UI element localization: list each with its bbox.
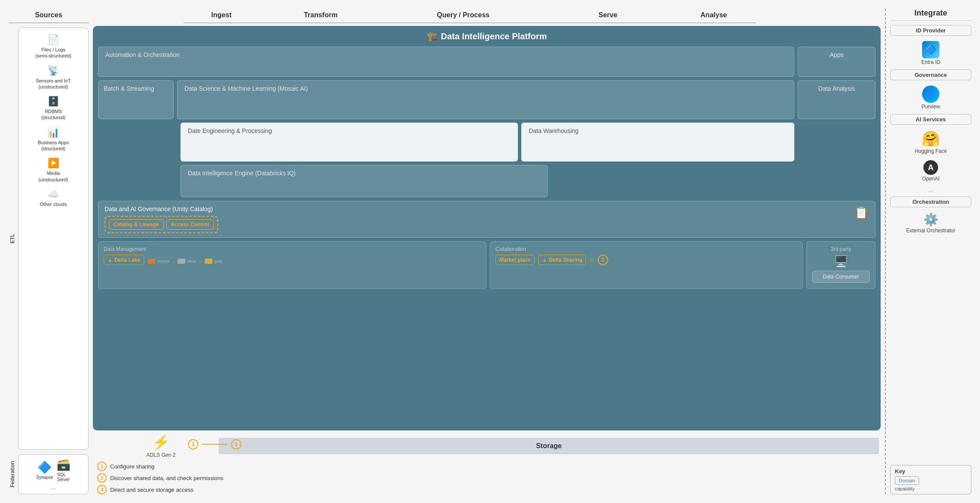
mgmt-title: Data Management bbox=[104, 246, 481, 252]
collab-inner: Market place ▲ Delta Sharing ○ 2 bbox=[495, 255, 797, 265]
source-item-sensors: 📡 Sensors and IoT(unstructured) bbox=[22, 63, 85, 93]
purview-icon: 🌀 bbox=[922, 85, 939, 103]
adls-box: ⚡ ADLS Gen 2 bbox=[146, 434, 175, 458]
box-data-management: Data Management ▲ Delta Lake bronze → si… bbox=[98, 241, 486, 289]
ai-dots: ... bbox=[890, 186, 971, 194]
bronze-dot bbox=[148, 259, 155, 264]
rdbms-icon: 🗄️ bbox=[48, 96, 59, 107]
delta-sharing-badge: ▲ Delta Sharing bbox=[538, 255, 586, 265]
source-label-sensors: Sensors and IoT(unstructured) bbox=[36, 78, 71, 90]
huggingface-label: Hugging Face bbox=[915, 148, 947, 154]
governance-title: Data and AI Governance (Unity Catalog) bbox=[105, 206, 869, 212]
ai-services-label: AI Services bbox=[890, 114, 971, 125]
warehousing-spacer bbox=[798, 123, 875, 161]
source-item-rdbms: 🗄️ RDBMS(structured) bbox=[22, 93, 85, 123]
source-label-biz: Business Apps(structured) bbox=[38, 139, 69, 152]
sqlserver-label: SQLServer bbox=[57, 472, 70, 482]
delta-lake-icon: ▲ bbox=[108, 257, 113, 263]
arrow1: → bbox=[171, 258, 176, 264]
numbered-steps: 1 Configure sharing 2 Discover shared da… bbox=[97, 462, 223, 494]
row-engine: Data Intelligence Engine (Databricks IQ) bbox=[98, 165, 875, 197]
circle-connector: ○ bbox=[590, 256, 594, 265]
box-automation: Automation & Orchestration bbox=[98, 47, 794, 77]
col-header-query: Query / Process bbox=[382, 9, 544, 23]
sqlserver-icon: 🗃️ bbox=[57, 458, 70, 471]
source-item-clouds: ☁️ Other clouds bbox=[22, 186, 85, 210]
entra-id-label: Entra ID bbox=[921, 59, 940, 65]
platform-title: 🏗️ Data Intelligence Platform bbox=[98, 31, 875, 41]
source-item-media: ▶️ Media(unstructured) bbox=[22, 155, 85, 185]
row-batch: Batch & Streaming Data Science & Machine… bbox=[98, 80, 875, 119]
adls-icon: ⚡ bbox=[152, 434, 170, 450]
purview-item: 🌀 Purview bbox=[890, 84, 971, 111]
data-consumer-icon: 🖥️ bbox=[834, 255, 848, 268]
legend-area: 1 Configure sharing 2 Discover shared da… bbox=[93, 462, 881, 494]
engine-spacer bbox=[98, 165, 177, 197]
orchestrator-label: External Orchestrator bbox=[906, 228, 955, 234]
orchestrator-item: ⚙️ External Orchestrator bbox=[890, 211, 971, 235]
gov-dashed-box: Catalog & Lineage Access Control bbox=[105, 216, 218, 233]
source-label-clouds: Other clouds bbox=[40, 201, 67, 207]
flow-numbers: 3 1 bbox=[188, 439, 241, 449]
box-warehousing: Data Warehousing bbox=[521, 123, 794, 161]
sensors-icon: 📡 bbox=[48, 65, 59, 76]
step-3: 3 Direct and secure storage access bbox=[97, 485, 223, 494]
col-header-empty bbox=[93, 9, 184, 23]
num-circle-1: 1 bbox=[231, 439, 241, 449]
box-batch: Batch & Streaming bbox=[98, 80, 174, 119]
etl-label: ETL bbox=[9, 28, 16, 450]
storage-bar: Storage bbox=[219, 438, 879, 454]
row-engineering: Date Engineering & Processing Data Wareh… bbox=[98, 123, 875, 161]
collab-title: Collaboration bbox=[495, 246, 797, 252]
clouds-icon: ☁️ bbox=[48, 189, 59, 200]
box-engineering: Date Engineering & Processing bbox=[181, 123, 518, 161]
step-circle-1: 1 bbox=[97, 462, 107, 471]
synapse-label: Synapse bbox=[36, 475, 53, 480]
box-data-analysis: Data Analysis bbox=[798, 80, 875, 119]
federation-label: Federation bbox=[9, 454, 16, 494]
box-collaboration: Collaboration Market place ▲ Delta Shari… bbox=[490, 241, 803, 289]
gold-label: gold bbox=[214, 259, 222, 263]
col-header-analyse: Analyse bbox=[672, 9, 756, 23]
source-item-biz: 📊 Business Apps(structured) bbox=[22, 124, 85, 155]
col-header-serve: Serve bbox=[544, 9, 672, 23]
key-capability-label: capability bbox=[895, 486, 967, 491]
orchestrator-icon: ⚙️ bbox=[923, 212, 939, 227]
access-control-badge: Access Control bbox=[166, 219, 214, 230]
num-circle-2: 2 bbox=[598, 255, 608, 265]
gold-dot bbox=[205, 259, 212, 264]
orchestration-label: Orchestration bbox=[890, 196, 971, 207]
row-bottom: Data Management ▲ Delta Lake bronze → si… bbox=[98, 241, 875, 289]
step-1: 1 Configure sharing bbox=[97, 462, 223, 471]
openai-icon: A bbox=[923, 160, 938, 175]
step-2: 2 Discover shared data, and check permis… bbox=[97, 473, 223, 483]
row-governance: Data and AI Governance (Unity Catalog) C… bbox=[98, 201, 875, 238]
gov-badges-row: Catalog & Lineage Access Control bbox=[109, 219, 214, 230]
step-circle-3: 3 bbox=[97, 485, 107, 494]
box-3rdparty: 3rd party 🖥️ Data Consumer bbox=[806, 241, 875, 289]
key-title: Key bbox=[895, 468, 967, 475]
flow-line-3 bbox=[202, 444, 228, 445]
key-domain-badge: Domain bbox=[895, 476, 919, 485]
media-icon: ▶️ bbox=[48, 158, 59, 169]
openai-item: A OpenAI bbox=[890, 158, 971, 183]
arrow2: → bbox=[198, 258, 203, 264]
right-panel: Integrate ID Provider 🔷 Entra ID Governa… bbox=[885, 9, 971, 494]
box-engine: Data Intelligence Engine (Databricks IQ) bbox=[181, 165, 548, 197]
openai-label: OpenAI bbox=[922, 176, 940, 182]
engineering-spacer bbox=[98, 123, 177, 161]
governance-section-label: Governance bbox=[890, 70, 971, 80]
delta-sharing-icon: ▲ bbox=[542, 257, 547, 263]
num-circle-3: 3 bbox=[188, 439, 198, 449]
id-provider-label: ID Provider bbox=[890, 25, 971, 36]
source-label-rdbms: RDBMS(structured) bbox=[41, 108, 65, 121]
sqlserver-item: 🗃️ SQLServer bbox=[57, 458, 70, 482]
adls-label: ADLS Gen 2 bbox=[146, 452, 175, 458]
entra-id-icon: 🔷 bbox=[922, 41, 939, 58]
platform-box: 🏗️ Data Intelligence Platform Automation… bbox=[93, 26, 881, 430]
silver-label: silver bbox=[187, 259, 196, 263]
integrate-title: Integrate bbox=[890, 9, 971, 21]
biz-icon: 📊 bbox=[48, 127, 59, 138]
files-icon: 📄 bbox=[48, 34, 59, 45]
third-title: 3rd party bbox=[831, 246, 851, 252]
